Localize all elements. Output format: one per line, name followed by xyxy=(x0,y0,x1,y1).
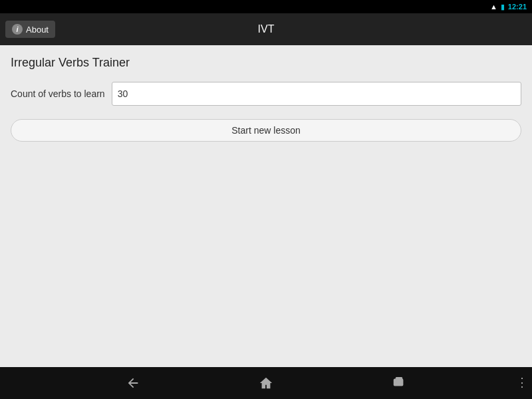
recents-button[interactable] xyxy=(386,370,412,396)
home-button[interactable] xyxy=(253,370,279,396)
back-icon xyxy=(126,376,140,390)
form-row: Count of verbs to learn xyxy=(11,82,521,106)
action-bar: i About IVT xyxy=(0,13,532,45)
home-icon xyxy=(259,376,273,390)
battery-icon: ▮ xyxy=(501,3,505,11)
status-bar-right: ▲ ▮ 12:21 xyxy=(490,3,527,11)
start-lesson-button[interactable]: Start new lesson xyxy=(11,119,521,142)
about-label: About xyxy=(26,25,49,35)
page-title: Irregular Verbs Trainer xyxy=(11,56,521,70)
more-button[interactable]: ⋮ xyxy=(516,375,528,390)
verbs-count-label: Count of verbs to learn xyxy=(11,88,105,99)
status-bar: ▲ ▮ 12:21 xyxy=(0,0,532,13)
signal-icon: ▲ xyxy=(490,3,497,11)
time-display: 12:21 xyxy=(508,3,527,11)
recents-icon xyxy=(392,376,406,390)
nav-bar-wrapper: ⋮ xyxy=(0,367,532,399)
main-content: Irregular Verbs Trainer Count of verbs t… xyxy=(0,45,532,367)
info-icon: i xyxy=(12,24,23,35)
about-button[interactable]: i About xyxy=(5,21,55,38)
action-bar-title: IVT xyxy=(258,23,275,35)
more-dots-icon: ⋮ xyxy=(516,376,528,389)
nav-bar xyxy=(0,367,532,399)
back-button[interactable] xyxy=(120,370,146,396)
verbs-count-input[interactable] xyxy=(112,82,521,106)
svg-rect-1 xyxy=(396,378,402,382)
